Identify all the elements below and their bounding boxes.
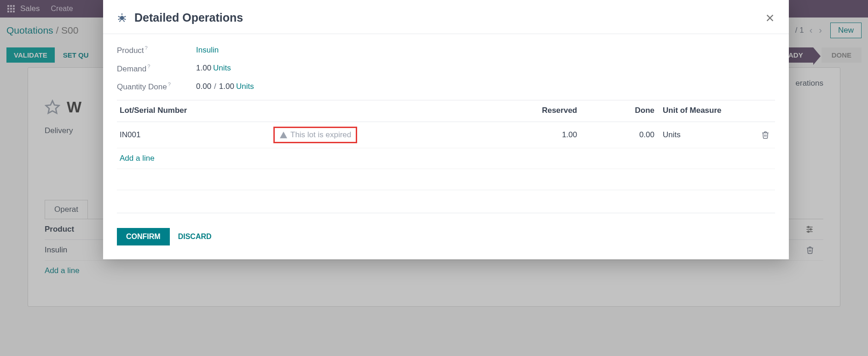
lot-row[interactable]: IN001 This lot is expired 1.00 0.00 Unit… (117, 122, 775, 148)
close-icon[interactable] (765, 13, 775, 23)
col-done: Done (596, 106, 660, 115)
svg-line-20 (120, 20, 121, 22)
table-gap (117, 190, 775, 213)
svg-line-18 (118, 18, 120, 19)
svg-point-14 (120, 16, 124, 20)
cell-done[interactable]: 0.00 (596, 130, 660, 140)
svg-line-16 (118, 16, 120, 17)
discard-button[interactable]: DISCARD (178, 233, 212, 241)
warning-icon (279, 131, 288, 139)
confirm-button[interactable]: CONFIRM (117, 228, 170, 245)
svg-line-19 (124, 18, 126, 19)
modal-body: Product? Insulin Demand? 1.00Units Quant… (103, 34, 789, 218)
lot-table-header: Lot/Serial Number Reserved Done Unit of … (117, 100, 775, 122)
modal-title: Detailed Operations (134, 11, 243, 24)
value-qty-done: 0.00/1.00Units (196, 82, 254, 91)
bug-icon[interactable] (117, 13, 127, 23)
trash-icon[interactable] (761, 130, 770, 140)
label-qty-done: Quantity Done? (117, 82, 196, 92)
modal-header: Detailed Operations (103, 0, 789, 34)
col-reserved: Reserved (393, 106, 596, 115)
add-line-modal[interactable]: Add a line (117, 148, 775, 169)
label-demand: Demand? (117, 64, 196, 74)
cell-uom: Units (660, 130, 761, 140)
col-uom: Unit of Measure (660, 106, 761, 115)
expired-warning: This lot is expired (273, 127, 357, 143)
detailed-operations-modal: Detailed Operations Product? Insulin Dem… (103, 0, 789, 259)
svg-line-21 (123, 20, 125, 22)
value-demand: 1.00Units (196, 64, 231, 73)
empty-row (117, 169, 775, 190)
expired-text: This lot is expired (290, 130, 351, 140)
lot-table: Lot/Serial Number Reserved Done Unit of … (117, 100, 775, 213)
col-lot: Lot/Serial Number (117, 106, 273, 115)
svg-line-17 (124, 16, 126, 17)
modal-footer: CONFIRM DISCARD (103, 218, 789, 259)
value-product[interactable]: Insulin (196, 46, 219, 54)
cell-lot[interactable]: IN001 (117, 130, 273, 140)
label-product: Product? (117, 45, 196, 55)
cell-reserved: 1.00 (393, 130, 596, 140)
